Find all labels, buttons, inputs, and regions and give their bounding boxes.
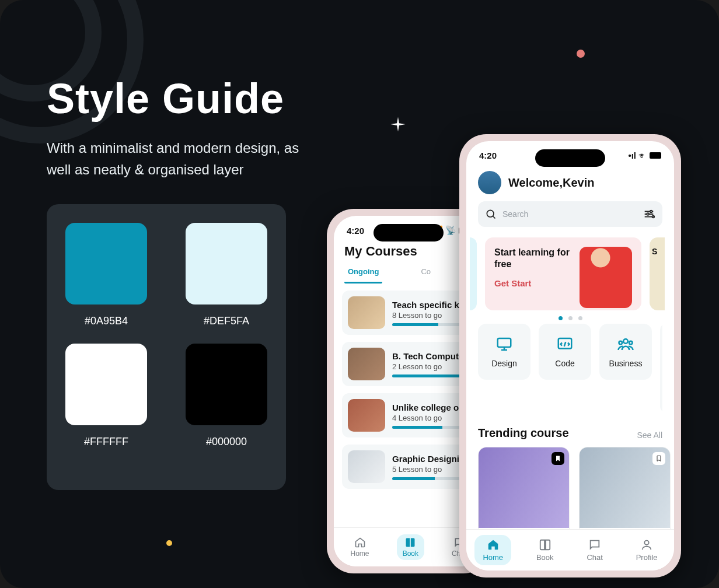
- status-icons: •ıl ᯤ: [628, 150, 661, 160]
- nav-chat[interactable]: Chat: [578, 535, 610, 565]
- see-all-link[interactable]: See All: [637, 430, 662, 440]
- decorative-star: [389, 116, 407, 133]
- nav-label: Home: [483, 553, 503, 562]
- category-more[interactable]: F: [660, 324, 662, 412]
- svg-point-2: [647, 213, 649, 215]
- course-thumbnail: [348, 399, 385, 432]
- swatch-hex: #0A95B4: [85, 315, 128, 327]
- course-progress: [392, 426, 469, 429]
- course-row[interactable]: Graphic Designing 5 Lesson to go: [342, 444, 475, 489]
- carousel-dots: [466, 316, 674, 320]
- banner-title: Start learning for free: [494, 247, 576, 270]
- banner-cta[interactable]: Get Start: [494, 278, 576, 288]
- swatch-chip: [65, 223, 147, 304]
- search-field[interactable]: Search: [478, 201, 662, 227]
- category-business[interactable]: Business: [599, 324, 652, 380]
- nav-label: Home: [351, 550, 369, 558]
- course-name: Unlike college or p: [392, 402, 469, 412]
- course-thumbnail: [348, 450, 385, 483]
- course-progress: [392, 374, 469, 377]
- nav-home[interactable]: Home: [474, 535, 511, 565]
- phone-notch: [374, 224, 444, 242]
- dot[interactable]: [578, 316, 582, 320]
- nav-book[interactable]: Book: [528, 535, 562, 565]
- page-subtitle: With a minimalist and modern design, as …: [47, 137, 321, 180]
- svg-point-7: [619, 341, 623, 345]
- category-design[interactable]: Design: [478, 324, 530, 380]
- banner-illustration: [580, 247, 632, 301]
- swatch-hex: #FFFFFF: [84, 436, 128, 448]
- svg-point-3: [652, 216, 655, 218]
- wifi-icon: 📡: [445, 225, 456, 236]
- course-row[interactable]: B. Tech Computer 2 Lesson to go: [342, 342, 475, 386]
- nav-label: Profile: [636, 553, 658, 562]
- wifi-icon: ᯤ: [638, 150, 647, 160]
- search-icon: [485, 208, 497, 220]
- course-name: Teach specific kn: [392, 300, 469, 310]
- decorative-dot-yellow: [166, 540, 172, 546]
- bookmark-icon[interactable]: [552, 452, 564, 465]
- style-guide-artboard: Style Guide With a minimalist and modern…: [0, 0, 719, 588]
- svg-point-6: [623, 339, 628, 344]
- svg-point-8: [629, 341, 633, 345]
- swatch-4: #000000: [186, 344, 267, 448]
- course-progress: [392, 477, 469, 480]
- course-name: Graphic Designing: [392, 454, 469, 464]
- swatch-chip: [186, 344, 267, 425]
- nav-label: Chat: [587, 553, 602, 562]
- swatch-3: #FFFFFF: [65, 344, 147, 448]
- swatch-1: #0A95B4: [65, 223, 147, 327]
- course-subtext: 5 Lesson to go: [392, 465, 469, 474]
- swatch-2: #DEF5FA: [186, 223, 267, 327]
- course-subtext: 8 Lesson to go: [392, 311, 469, 320]
- category-label: Code: [555, 359, 574, 368]
- dot-active[interactable]: [559, 316, 563, 320]
- promo-banner[interactable]: Start learning for free Get Start: [485, 237, 641, 310]
- course-subtext: 4 Lesson to go: [392, 414, 469, 422]
- palette-panel: #0A95B4 #DEF5FA #FFFFFF #000000: [47, 204, 286, 490]
- battery-icon: [650, 152, 661, 159]
- swatch-hex: #DEF5FA: [204, 315, 249, 327]
- course-subtext: 2 Lesson to go: [392, 362, 469, 371]
- signal-icon: •ıl: [628, 150, 636, 160]
- avatar[interactable]: [478, 171, 501, 194]
- category-label: Design: [491, 359, 517, 368]
- svg-point-9: [644, 541, 648, 545]
- phone-notch: [535, 149, 605, 167]
- svg-rect-4: [498, 338, 511, 347]
- page-title: Style Guide: [47, 75, 284, 123]
- course-thumbnail: [348, 296, 385, 329]
- status-time: 4:20: [347, 226, 364, 236]
- status-time: 4:20: [479, 150, 497, 160]
- course-progress: [392, 323, 469, 326]
- nav-label: Book: [403, 550, 418, 558]
- tab-ongoing[interactable]: Ongoing: [344, 262, 382, 284]
- dot[interactable]: [568, 316, 573, 320]
- banner-next-peek[interactable]: S: [650, 237, 665, 310]
- course-name: B. Tech Computer: [392, 351, 469, 361]
- phone-mockup-home: 4:20 •ıl ᯤ Welcome,Kevin Search: [459, 134, 681, 578]
- category-code[interactable]: Code: [539, 324, 591, 380]
- course-thumbnail: [348, 348, 385, 380]
- screen-title: My Courses: [344, 244, 473, 259]
- nav-home[interactable]: Home: [345, 534, 375, 560]
- swatch-chip: [65, 344, 147, 425]
- category-label: Business: [609, 359, 643, 368]
- course-row[interactable]: Unlike college or p 4 Lesson to go: [342, 393, 475, 438]
- tab-completed[interactable]: Co: [417, 262, 434, 284]
- nav-label: Book: [536, 553, 554, 562]
- nav-book[interactable]: Book: [397, 534, 424, 560]
- swatch-hex: #000000: [206, 436, 247, 448]
- section-title: Trending course: [478, 426, 569, 440]
- svg-point-0: [487, 210, 494, 217]
- nav-profile[interactable]: Profile: [628, 535, 666, 565]
- course-row[interactable]: Teach specific kn 8 Lesson to go: [342, 290, 475, 335]
- welcome-text: Welcome,Kevin: [508, 176, 594, 190]
- search-placeholder: Search: [502, 209, 637, 219]
- swatch-chip: [186, 223, 267, 304]
- banner-prev-peek[interactable]: [470, 237, 477, 310]
- filter-icon[interactable]: [643, 208, 655, 220]
- bookmark-icon[interactable]: [652, 452, 665, 465]
- svg-point-1: [650, 211, 652, 213]
- decorative-dot-red: [577, 50, 585, 58]
